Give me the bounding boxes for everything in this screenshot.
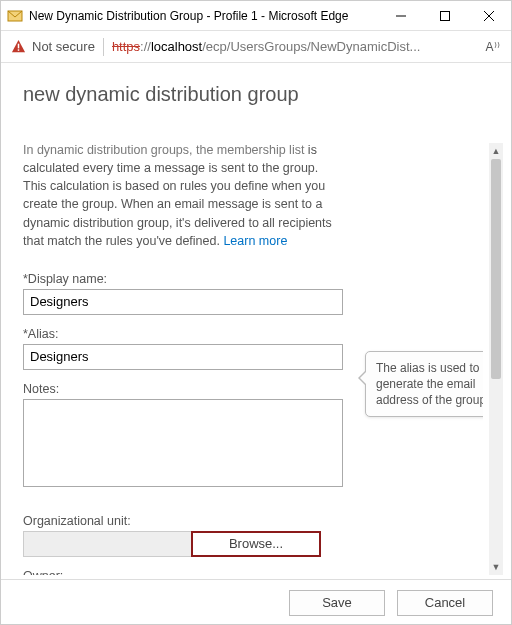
svg-rect-6	[18, 49, 20, 51]
close-button[interactable]	[467, 1, 511, 30]
description-text: In dynamic distribution groups, the memb…	[23, 141, 333, 250]
url-display[interactable]: https://localhost/ecp/UsersGroups/NewDyn…	[112, 39, 478, 54]
browse-button[interactable]: Browse...	[191, 531, 321, 557]
scroll-up-arrow[interactable]: ▲	[489, 143, 503, 159]
window-controls	[379, 1, 511, 30]
alias-input[interactable]	[23, 344, 343, 370]
url-host: localhost	[151, 39, 202, 54]
app-icon	[7, 8, 23, 24]
security-indicator[interactable]: Not secure	[11, 39, 95, 54]
cancel-button[interactable]: Cancel	[397, 590, 493, 616]
learn-more-link[interactable]: Learn more	[223, 234, 287, 248]
warning-icon	[11, 39, 26, 54]
alias-tooltip: The alias is used to generate the email …	[365, 351, 483, 418]
description-cutoff: In dynamic distribution groups, the memb…	[23, 143, 304, 157]
addressbar-divider	[103, 38, 104, 56]
url-scheme: https	[112, 39, 140, 54]
address-bar: Not secure https://localhost/ecp/UsersGr…	[1, 31, 511, 63]
ou-input	[23, 531, 193, 557]
window-title: New Dynamic Distribution Group - Profile…	[29, 9, 379, 23]
vertical-scrollbar[interactable]: ▲ ▼	[489, 143, 503, 575]
scroll-down-arrow[interactable]: ▼	[489, 559, 503, 575]
dialog-footer: Save Cancel	[1, 579, 511, 625]
url-sep: ://	[140, 39, 151, 54]
minimize-button[interactable]	[379, 1, 423, 30]
alias-label: *Alias:	[23, 327, 483, 341]
ou-label: Organizational unit:	[23, 514, 483, 528]
alias-tooltip-text: The alias is used to generate the email …	[376, 361, 483, 407]
display-name-label: *Display name:	[23, 272, 483, 286]
form-scroll-area: In dynamic distribution groups, the memb…	[23, 141, 483, 575]
notes-input[interactable]	[23, 399, 343, 487]
maximize-button[interactable]	[423, 1, 467, 30]
read-aloud-icon[interactable]: A⁾⁾	[485, 40, 501, 54]
description-body: is calculated every time a message is se…	[23, 143, 332, 248]
not-secure-label: Not secure	[32, 39, 95, 54]
url-path: /ecp/UsersGroups/NewDynamicDist...	[202, 39, 420, 54]
owner-label: Owner:	[23, 569, 483, 575]
save-button[interactable]: Save	[289, 590, 385, 616]
display-name-input[interactable]	[23, 289, 343, 315]
scrollbar-thumb[interactable]	[491, 159, 501, 379]
svg-rect-2	[441, 11, 450, 20]
window-titlebar: New Dynamic Distribution Group - Profile…	[1, 1, 511, 31]
svg-rect-5	[18, 44, 20, 49]
page-title: new dynamic distribution group	[23, 83, 489, 106]
